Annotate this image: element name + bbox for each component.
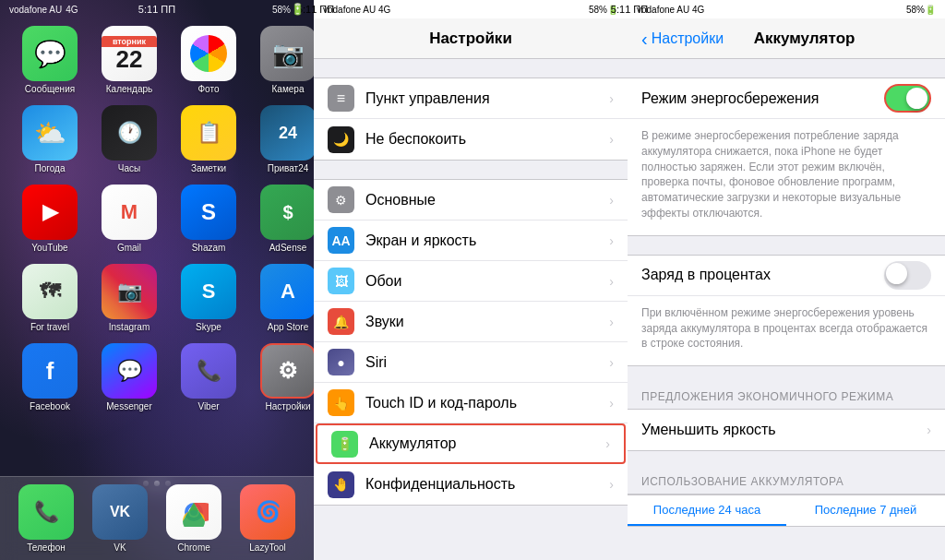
settings-row-general[interactable]: ⚙ Основные › bbox=[314, 180, 628, 220]
app-adsense[interactable]: $ AdSense bbox=[255, 185, 314, 253]
app-notes[interactable]: 📋 Заметки bbox=[175, 105, 242, 173]
settings-section-2: ⚙ Основные › AA Экран и яркость › 🖼 Обои… bbox=[314, 179, 628, 506]
settings-row-siri[interactable]: ● Siri › bbox=[314, 342, 628, 383]
app-viber-icon: 📞 bbox=[181, 343, 236, 399]
settings-list: ≡ Пункт управления › 🌙 Не беспокоить › ⚙… bbox=[314, 59, 628, 560]
dock-phone-label: Телефон bbox=[27, 542, 65, 553]
battery-settings: 58% bbox=[589, 5, 607, 15]
app-instagram-icon: 📷 bbox=[102, 264, 157, 319]
charge-percent-group: Заряд в процентах При включённом режиме … bbox=[628, 255, 945, 366]
charge-percent-toggle[interactable] bbox=[884, 261, 931, 290]
app-clock[interactable]: 🕐 Часы bbox=[96, 105, 162, 173]
dock-chrome-label: Chrome bbox=[177, 542, 210, 553]
app-skype[interactable]: S Skype bbox=[175, 264, 242, 332]
app-youtube-label: YouTube bbox=[31, 243, 67, 253]
brightness-row[interactable]: Уменьшить яркость › bbox=[628, 410, 945, 450]
power-save-row: Режим энергосбережения bbox=[628, 78, 945, 119]
app-weather[interactable]: ⛅ Погода bbox=[17, 105, 83, 173]
app-weather-icon: ⛅ bbox=[22, 105, 78, 161]
settings-row-privacy[interactable]: 🤚 Конфиденциальность › bbox=[314, 464, 628, 505]
sounds-label: Звуки bbox=[365, 314, 609, 330]
sounds-icon: 🔔 bbox=[328, 308, 354, 335]
settings-row-display[interactable]: AA Экран и яркость › bbox=[314, 220, 628, 261]
app-youtube[interactable]: ▶ YouTube bbox=[17, 185, 83, 253]
battery-chevron-icon: › bbox=[605, 436, 610, 451]
touchid-label: Touch ID и код-пароль bbox=[365, 395, 609, 411]
app-youtube-icon: ▶ bbox=[22, 185, 78, 240]
battery-panel-status: 58% bbox=[906, 5, 925, 15]
app-messages[interactable]: 💬 Сообщения bbox=[17, 26, 83, 94]
app-photos[interactable]: Фото bbox=[175, 26, 242, 94]
app-weather-label: Погода bbox=[35, 163, 66, 173]
dock-vk[interactable]: VK VK bbox=[92, 484, 148, 553]
display-chevron-icon: › bbox=[609, 233, 614, 248]
network-home: 4G bbox=[66, 5, 78, 15]
app-facebook[interactable]: f Facebook bbox=[17, 343, 83, 411]
privacy-label: Конфиденциальность bbox=[365, 476, 609, 493]
app-privat24[interactable]: 24 Приват24 bbox=[255, 105, 314, 173]
app-gmail[interactable]: M Gmail bbox=[96, 185, 162, 253]
app-shazam-icon: S bbox=[181, 185, 236, 240]
app-fortravel[interactable]: 🗺 For travel bbox=[17, 264, 83, 332]
dock-vk-icon: VK bbox=[92, 484, 148, 540]
siri-chevron-icon: › bbox=[609, 355, 614, 370]
battery-nav-bar: ‹ Настройки Аккумулятор bbox=[628, 18, 945, 59]
app-messenger-label: Messenger bbox=[106, 401, 151, 411]
dock-chrome-icon bbox=[166, 484, 221, 540]
wallpaper-chevron-icon: › bbox=[609, 274, 614, 289]
app-camera[interactable]: 📷 Камера bbox=[255, 26, 314, 94]
carrier-home: vodafone AU bbox=[9, 5, 62, 15]
app-calendar-icon: вторник 22 bbox=[102, 26, 157, 81]
settings-row-sounds[interactable]: 🔔 Звуки › bbox=[314, 302, 628, 342]
app-notes-label: Заметки bbox=[191, 163, 226, 173]
app-clock-icon: 🕐 bbox=[102, 105, 157, 161]
settings-row-control[interactable]: ≡ Пункт управления › bbox=[314, 78, 628, 119]
app-settings[interactable]: ⚙ Настройки bbox=[255, 343, 314, 411]
app-calendar[interactable]: вторник 22 Календарь bbox=[96, 26, 162, 94]
siri-label: Siri bbox=[365, 354, 609, 371]
power-save-toggle[interactable] bbox=[884, 84, 931, 113]
touchid-chevron-icon: › bbox=[609, 396, 614, 411]
charge-percent-label: Заряд в процентах bbox=[641, 267, 884, 283]
app-instagram[interactable]: 📷 Instagram bbox=[96, 264, 162, 332]
app-skype-icon: S bbox=[181, 264, 236, 319]
dock-lazytool-icon: 🌀 bbox=[240, 484, 295, 540]
app-messenger[interactable]: 💬 Messenger bbox=[96, 343, 162, 411]
settings-title: Настройки bbox=[429, 30, 512, 48]
app-viber[interactable]: 📞 Viber bbox=[175, 343, 242, 411]
wallpaper-icon: 🖼 bbox=[328, 268, 354, 294]
app-appstore[interactable]: A App Store bbox=[255, 264, 314, 332]
app-camera-label: Камера bbox=[272, 84, 305, 94]
tab-24h[interactable]: Последние 24 часа bbox=[628, 495, 786, 526]
dnd-chevron-icon: › bbox=[609, 132, 614, 147]
app-camera-icon: 📷 bbox=[260, 26, 314, 81]
app-appstore-label: App Store bbox=[268, 322, 308, 332]
app-adsense-label: AdSense bbox=[269, 243, 307, 253]
status-bar-home: vodafone AU 4G 5:11 ПП 58% 🔋 bbox=[0, 0, 314, 18]
dock-lazytool[interactable]: 🌀 LazyTool bbox=[240, 484, 295, 553]
economy-group: Уменьшить яркость › bbox=[628, 409, 945, 451]
tab-7days[interactable]: Последние 7 дней bbox=[786, 495, 945, 526]
settings-row-touchid[interactable]: 👆 Touch ID и код-пароль › bbox=[314, 383, 628, 423]
app-calendar-label: Календарь bbox=[106, 84, 152, 94]
battery-panel: vodafone AU 4G 5:11 ПП 58% 🔋 ‹ Настройки… bbox=[628, 0, 945, 560]
back-chevron-icon: ‹ bbox=[641, 30, 648, 48]
display-label: Экран и яркость bbox=[365, 232, 609, 249]
dock-chrome[interactable]: Chrome bbox=[166, 484, 221, 553]
back-button[interactable]: ‹ Настройки bbox=[641, 30, 724, 48]
back-label: Настройки bbox=[652, 30, 724, 47]
app-facebook-label: Facebook bbox=[30, 401, 70, 411]
settings-row-dnd[interactable]: 🌙 Не беспокоить › bbox=[314, 119, 628, 160]
app-shazam[interactable]: S Shazam bbox=[175, 185, 242, 253]
app-notes-icon: 📋 bbox=[181, 105, 236, 161]
dock-phone-icon: 📞 bbox=[18, 484, 74, 540]
usage-section-header: ИСПОЛЬЗОВАНИЕ АККУМУЛЯТОРА bbox=[628, 470, 945, 494]
settings-row-battery[interactable]: 🔋 Аккумулятор › bbox=[316, 423, 626, 464]
settings-row-wallpaper[interactable]: 🖼 Обои › bbox=[314, 261, 628, 302]
dock-phone[interactable]: 📞 Телефон bbox=[18, 484, 74, 553]
battery-icon-home: 🔋 bbox=[291, 3, 305, 16]
app-instagram-label: Instagram bbox=[109, 322, 150, 332]
brightness-label: Уменьшить яркость bbox=[641, 422, 927, 438]
app-clock-label: Часы bbox=[118, 163, 140, 173]
battery-list-icon: 🔋 bbox=[331, 431, 358, 458]
